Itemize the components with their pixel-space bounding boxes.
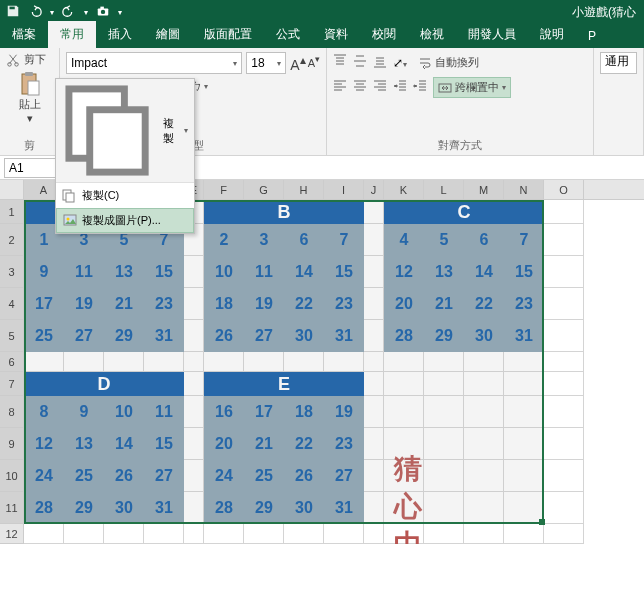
card-number: 23 (324, 288, 364, 320)
card-number: 26 (204, 320, 244, 352)
number-format-select[interactable]: 通用 (600, 52, 637, 74)
card-number: 15 (504, 256, 544, 288)
tab-layout[interactable]: 版面配置 (192, 21, 264, 48)
paste-button[interactable]: 貼上 ▾ (6, 71, 53, 125)
align-bottom-icon[interactable] (373, 54, 387, 71)
tab-more[interactable]: P (576, 24, 608, 48)
card-number: 18 (204, 288, 244, 320)
card-number: 9 (24, 256, 64, 288)
svg-point-2 (101, 9, 105, 13)
copy-split-button[interactable]: 複製▾ (56, 79, 194, 183)
row-header[interactable]: 5 (0, 320, 24, 352)
row-header[interactable]: 7 (0, 372, 24, 396)
increase-indent-icon[interactable] (413, 79, 427, 96)
undo-icon[interactable] (28, 4, 42, 21)
orientation-icon[interactable]: ⤢▾ (393, 56, 407, 70)
card-number: 19 (64, 288, 104, 320)
save-icon[interactable] (6, 4, 20, 21)
column-header[interactable]: F (204, 180, 244, 199)
svg-rect-13 (90, 110, 145, 172)
formula-input[interactable]: A (162, 161, 644, 175)
card-number: 15 (324, 256, 364, 288)
align-center-icon[interactable] (353, 79, 367, 96)
card-number: 11 (144, 396, 184, 428)
card-number: 22 (284, 428, 324, 460)
copy-menu-item-copy[interactable]: 複製(C) (56, 183, 194, 208)
tab-review[interactable]: 校閱 (360, 21, 408, 48)
tab-help[interactable]: 說明 (528, 21, 576, 48)
row-header[interactable]: 12 (0, 524, 24, 544)
card-number: 11 (64, 256, 104, 288)
row-header[interactable]: 1 (0, 200, 24, 224)
column-header[interactable]: H (284, 180, 324, 199)
row-header[interactable]: 4 (0, 288, 24, 320)
align-right-icon[interactable] (373, 79, 387, 96)
card-number: 5 (424, 224, 464, 256)
tab-data[interactable]: 資料 (312, 21, 360, 48)
svg-point-17 (67, 217, 70, 220)
font-size-select[interactable]: 18▾ (246, 52, 286, 74)
card-number: 17 (24, 288, 64, 320)
column-header[interactable]: M (464, 180, 504, 199)
align-left-icon[interactable] (333, 79, 347, 96)
card-number: 25 (24, 320, 64, 352)
row-header[interactable]: 6 (0, 352, 24, 372)
align-top-icon[interactable] (333, 54, 347, 71)
tab-file[interactable]: 檔案 (0, 21, 48, 48)
card-number: 11 (244, 256, 284, 288)
card-number: 23 (324, 428, 364, 460)
undo-dropdown-icon[interactable]: ▾ (50, 8, 54, 17)
card-number: 13 (424, 256, 464, 288)
cut-button[interactable]: 剪下 (6, 52, 53, 67)
card-number: 18 (284, 396, 324, 428)
row-header[interactable]: 2 (0, 224, 24, 256)
decrease-indent-icon[interactable] (393, 79, 407, 96)
row-header[interactable]: 9 (0, 428, 24, 460)
qat-customize-icon[interactable]: ▾ (118, 8, 122, 17)
tab-insert[interactable]: 插入 (96, 21, 144, 48)
column-header[interactable]: I (324, 180, 364, 199)
card-number: 31 (504, 320, 544, 352)
card-number: 14 (464, 256, 504, 288)
row-header[interactable]: 8 (0, 396, 24, 428)
camera-icon[interactable] (96, 4, 110, 21)
game-card: D891011121314152425262728293031 (24, 372, 184, 524)
card-number: 10 (104, 396, 144, 428)
row-header[interactable]: 3 (0, 256, 24, 288)
column-header[interactable]: G (244, 180, 284, 199)
ribbon-tabs: 檔案 常用 插入 繪圖 版面配置 公式 資料 校閱 檢視 開發人員 說明 P (0, 24, 644, 48)
card-number: 26 (284, 460, 324, 492)
tab-home[interactable]: 常用 (48, 21, 96, 48)
increase-font-icon[interactable]: A▴ (290, 53, 305, 73)
tab-view[interactable]: 檢視 (408, 21, 456, 48)
card-number: 13 (64, 428, 104, 460)
row-headers: 123456789101112 (0, 200, 24, 544)
copy-menu-item-picture[interactable]: 複製成圖片(P)... (56, 208, 194, 233)
redo-icon[interactable] (62, 4, 76, 21)
card-title: C (384, 200, 544, 224)
card-number: 21 (104, 288, 144, 320)
tab-developer[interactable]: 開發人員 (456, 21, 528, 48)
decrease-font-icon[interactable]: A▾ (308, 53, 320, 73)
column-header[interactable]: O (544, 180, 584, 199)
font-name-select[interactable]: Impact▾ (66, 52, 242, 74)
card-number: 28 (384, 320, 424, 352)
cells-area[interactable]: A135791113151719212325272931B23671011141… (24, 200, 584, 544)
row-header[interactable]: 11 (0, 492, 24, 524)
tab-formulas[interactable]: 公式 (264, 21, 312, 48)
tab-draw[interactable]: 繪圖 (144, 21, 192, 48)
select-all-corner[interactable] (0, 180, 24, 199)
card-number: 29 (244, 492, 284, 524)
wrap-text-button[interactable]: 自動換列 (413, 52, 484, 73)
redo-dropdown-icon[interactable]: ▾ (84, 8, 88, 17)
column-header[interactable]: J (364, 180, 384, 199)
column-header[interactable]: K (384, 180, 424, 199)
number-group: 通用 (594, 48, 644, 155)
column-header[interactable]: L (424, 180, 464, 199)
column-header[interactable]: N (504, 180, 544, 199)
align-middle-icon[interactable] (353, 54, 367, 71)
row-header[interactable]: 10 (0, 460, 24, 492)
copy-dropdown-menu: 複製▾ 複製(C) 複製成圖片(P)... (55, 78, 195, 234)
merge-center-button[interactable]: 跨欄置中▾ (433, 77, 511, 98)
card-number: 29 (424, 320, 464, 352)
